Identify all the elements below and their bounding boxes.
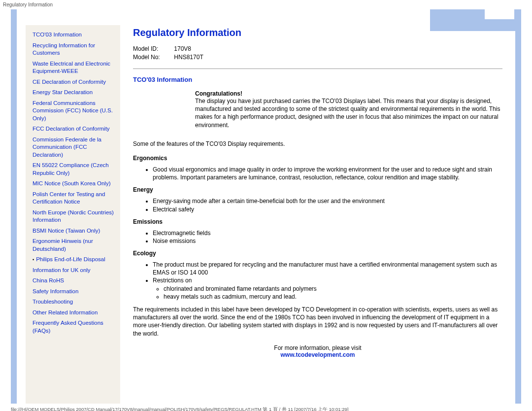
- sub-list-item: heavy metals such as cadmium, mercury an…: [164, 293, 502, 301]
- congrats-text: The display you have just purchased carr…: [195, 97, 502, 129]
- sub-list-item: chlorinated and brominated flame retarda…: [164, 285, 502, 293]
- sidebar-item: Other Related Information: [33, 309, 115, 317]
- sidebar-link[interactable]: Waste Electrical and Electronic Equipmen…: [33, 61, 110, 74]
- window-title: Regulatory Information: [0, 0, 532, 9]
- sidebar-link[interactable]: China RoHS: [33, 277, 64, 283]
- sidebar-link[interactable]: TCO'03 Information: [33, 32, 82, 37]
- sidebar-link[interactable]: North Europe (Nordic Countries) Informat…: [33, 209, 114, 223]
- sidebar-item: Waste Electrical and Electronic Equipmen…: [33, 60, 115, 75]
- sidebar-link[interactable]: Energy Star Declaration: [33, 89, 93, 95]
- emissions-list: Electromagnetic fieldsNoise emissions: [153, 229, 502, 245]
- sidebar-item: MIC Notice (South Korea Only): [33, 180, 115, 188]
- ergonomics-list: Good visual ergonomics and image quality…: [153, 166, 502, 181]
- sidebar-item: Ergonomie Hinweis (nur Deutschland): [33, 238, 115, 253]
- separator: [133, 68, 502, 69]
- more-info-text: For more information, please visit: [274, 344, 361, 351]
- sidebar-item: Philips End-of-Life Disposal: [33, 256, 115, 264]
- sidebar-item: Information for UK only: [33, 267, 115, 274]
- sidebar-item: Recycling Information for Customers: [33, 42, 115, 57]
- sidebar-item: Troubleshooting: [33, 298, 115, 306]
- list-item: Noise emissions: [153, 237, 502, 245]
- sidebar-link[interactable]: Other Related Information: [33, 309, 98, 315]
- sidebar-item: Safety Information: [33, 288, 115, 296]
- sidebar-item: North Europe (Nordic Countries) Informat…: [33, 209, 115, 224]
- sidebar-link[interactable]: Safety Information: [33, 288, 78, 294]
- sidebar-link[interactable]: Commission Federale de la Communication …: [33, 137, 101, 158]
- model-no-row: Model No: HNS8170T: [133, 54, 502, 61]
- sidebar-link[interactable]: Recycling Information for Customers: [33, 42, 95, 56]
- sidebar-item: Frequently Asked Questions (FAQs): [33, 319, 115, 335]
- congratulations-block: Congratulations! The display you have ju…: [195, 90, 502, 129]
- sidebar-link[interactable]: CE Declaration of Conformity: [33, 79, 106, 85]
- list-item: Electrical safety: [153, 206, 502, 213]
- sidebar-item: China RoHS: [33, 277, 115, 285]
- page-frame: TCO'03 InformationRecycling Information …: [11, 9, 521, 404]
- model-id-value: 170V8: [174, 45, 191, 52]
- sidebar-link[interactable]: MIC Notice (South Korea Only): [33, 180, 111, 186]
- congrats-title: Congratulations!: [195, 90, 242, 97]
- sidebar-item: CE Declaration of Conformity: [33, 78, 115, 86]
- sidebar-item: Polish Center for Testing and Certificat…: [33, 191, 115, 206]
- sidebar-link[interactable]: Philips End-of-Life Disposal: [36, 256, 105, 262]
- sidebar-link[interactable]: EN 55022 Compliance (Czech Republic Only…: [33, 162, 109, 176]
- ecology-list: The product must be prepared for recycli…: [153, 261, 502, 301]
- sidebar-item: Commission Federale de la Communication …: [33, 136, 115, 159]
- decorative-notch: [485, 9, 514, 19]
- energy-list: Energy-saving mode after a certain time-…: [153, 197, 502, 213]
- model-no-value: HNS8170T: [174, 54, 203, 61]
- model-id-label: Model ID:: [133, 45, 172, 52]
- model-id-row: Model ID: 170V8: [133, 45, 502, 52]
- sidebar-item: EN 55022 Compliance (Czech Republic Only…: [33, 162, 115, 177]
- decorative-right-border: [515, 9, 521, 404]
- sidebar-item: Energy Star Declaration: [33, 89, 115, 97]
- sidebar-link[interactable]: Polish Center for Testing and Certificat…: [33, 191, 105, 205]
- requirements-paragraph: The requirements included in this label …: [133, 306, 502, 338]
- list-item: Restrictions onchlorinated and brominate…: [153, 276, 502, 301]
- sidebar-list: TCO'03 InformationRecycling Information …: [29, 29, 115, 335]
- sidebar-item: TCO'03 Information: [33, 31, 115, 39]
- sidebar-item: Federal Communications Commission (FCC) …: [33, 100, 115, 123]
- ecology-heading: Ecology: [133, 250, 502, 257]
- sidebar-item: FCC Declaration of Conformity: [33, 125, 115, 133]
- section-heading-tco03: TCO'03 Information: [133, 76, 502, 83]
- list-item: Energy-saving mode after a certain time-…: [153, 197, 502, 205]
- model-no-label: Model No:: [133, 54, 172, 61]
- list-item: Electromagnetic fields: [153, 229, 502, 237]
- main-content: Regulatory Information Model ID: 170V8 M…: [120, 19, 515, 404]
- ergonomics-heading: Ergonomics: [133, 155, 502, 162]
- sidebar-item: BSMI Notice (Taiwan Only): [33, 227, 115, 235]
- sidebar-link[interactable]: Frequently Asked Questions (FAQs): [33, 320, 103, 334]
- decorative-left-border: [11, 9, 17, 404]
- sidebar-nav: TCO'03 InformationRecycling Information …: [17, 19, 120, 404]
- features-intro: Some of the features of the TCO'03 Displ…: [133, 140, 502, 148]
- emissions-heading: Emissions: [133, 218, 502, 225]
- sidebar-link[interactable]: Federal Communications Commission (FCC) …: [33, 100, 113, 121]
- list-item: The product must be prepared for recycli…: [153, 261, 502, 276]
- sidebar-link[interactable]: BSMI Notice (Taiwan Only): [33, 228, 100, 234]
- sidebar-link[interactable]: FCC Declaration of Conformity: [33, 126, 110, 132]
- content-body: TCO'03 InformationRecycling Information …: [11, 9, 521, 404]
- footer-file-path: file:///H|/OEM MODELS/Philips 2007/CD Ma…: [0, 404, 532, 411]
- tco-development-link[interactable]: www.tcodevelopment.com: [281, 351, 355, 358]
- list-item: Good visual ergonomics and image quality…: [153, 166, 502, 181]
- sidebar-link[interactable]: Ergonomie Hinweis (nur Deutschland): [33, 238, 93, 252]
- sidebar-link[interactable]: Troubleshooting: [33, 299, 73, 305]
- decorative-top-right: [430, 9, 521, 31]
- energy-heading: Energy: [133, 186, 502, 193]
- more-info-block: For more information, please visit www.t…: [133, 344, 502, 358]
- sub-list: chlorinated and brominated flame retarda…: [164, 285, 502, 301]
- sidebar-link[interactable]: Information for UK only: [33, 267, 91, 273]
